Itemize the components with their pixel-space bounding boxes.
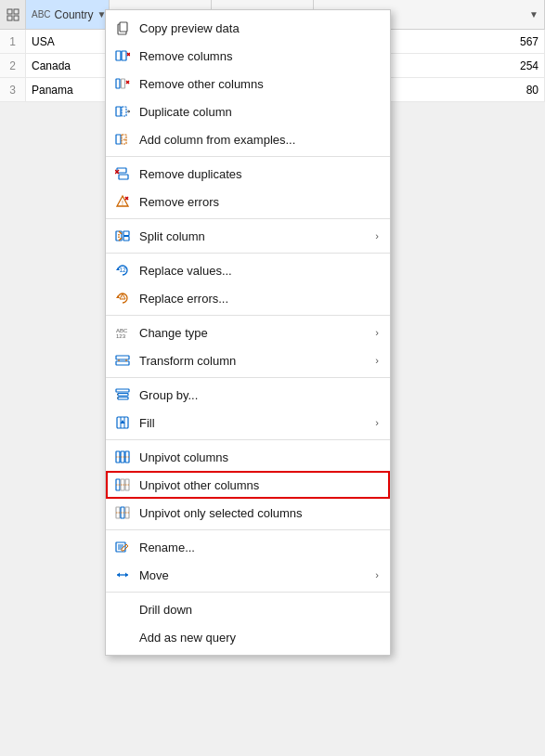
fill-label: Fill (139, 416, 368, 430)
svg-rect-3 (14, 16, 19, 20)
svg-rect-15 (122, 107, 126, 116)
menu-item-unpivot-selected[interactable]: Unpivot only selected columns (106, 499, 390, 527)
divider-1 (106, 156, 390, 157)
svg-rect-0 (7, 9, 12, 14)
add-new-query-label: Add as new query (139, 631, 379, 645)
duplicate-column-label: Duplicate column (139, 105, 379, 119)
divider-3 (106, 253, 390, 254)
transform-column-label: Transform column (139, 354, 368, 368)
remove-errors-icon: ! (113, 192, 132, 211)
rename-label: Rename... (139, 541, 379, 554)
copy-preview-data-label: Copy preview data (139, 21, 379, 35)
unpivot-selected-icon (113, 503, 132, 522)
menu-item-duplicate-column[interactable]: Duplicate column (106, 98, 390, 125)
drill-down-label: Drill down (139, 603, 379, 617)
svg-rect-5 (120, 22, 127, 32)
transform-column-arrow: › (375, 355, 379, 366)
col-header-country[interactable]: ABC Country ▼ (26, 0, 110, 29)
svg-text:12: 12 (119, 267, 126, 273)
country-type-icon: ABC (32, 9, 51, 20)
menu-item-fill[interactable]: Fill › (106, 409, 390, 437)
menu-item-remove-errors[interactable]: ! Remove errors (106, 188, 390, 215)
svg-rect-46 (116, 389, 129, 392)
menu-item-copy-preview-data[interactable]: Copy preview data (106, 14, 390, 42)
unpivot-other-columns-icon (113, 476, 132, 494)
svg-marker-17 (129, 110, 131, 113)
svg-marker-72 (117, 573, 120, 578)
replace-values-label: Replace values... (139, 264, 379, 278)
svg-text:!: ! (122, 294, 123, 300)
change-type-icon: ABC 123 (113, 323, 132, 342)
svg-rect-1 (14, 9, 19, 14)
menu-item-replace-values[interactable]: 12 Replace values... (106, 256, 390, 284)
replace-errors-icon: ! (113, 289, 132, 307)
menu-item-remove-other-columns[interactable]: Remove other columns (106, 70, 390, 98)
cell-country-2: Canada (26, 54, 110, 77)
divider-2 (106, 218, 390, 219)
divider-6 (106, 439, 390, 440)
menu-item-unpivot-columns[interactable]: Unpivot columns (106, 443, 390, 471)
svg-rect-18 (116, 135, 121, 144)
remove-duplicates-icon (113, 164, 132, 183)
menu-item-remove-duplicates[interactable]: Remove duplicates (106, 160, 390, 188)
context-menu: Copy preview data Remove columns Remove … (105, 9, 391, 656)
remove-other-columns-icon (113, 74, 132, 93)
svg-text:!: ! (122, 200, 123, 206)
replace-values-icon: 12 (113, 261, 132, 280)
remove-duplicates-label: Remove duplicates (139, 167, 379, 181)
change-type-arrow: › (375, 327, 379, 338)
add-new-query-spacer (113, 628, 132, 646)
menu-item-rename[interactable]: Rename... (106, 533, 390, 561)
move-label: Move (139, 568, 368, 582)
transform-column-icon (113, 351, 132, 370)
move-icon (113, 566, 132, 584)
fill-icon (113, 413, 132, 432)
add-column-examples-icon: + (113, 130, 132, 149)
menu-item-remove-columns[interactable]: Remove columns (106, 42, 390, 70)
svg-text:123: 123 (116, 333, 126, 339)
svg-rect-47 (118, 394, 128, 397)
unpivot-selected-label: Unpivot only selected columns (139, 506, 379, 520)
num-col-dropdown[interactable]: ▼ (529, 9, 539, 20)
svg-rect-14 (116, 107, 121, 116)
divider-5 (106, 377, 390, 378)
col-header-index (0, 0, 26, 29)
cell-index-2: 2 (0, 54, 26, 77)
cell-index-1: 1 (0, 30, 26, 53)
country-col-label: Country (55, 8, 94, 21)
remove-other-columns-label: Remove other columns (139, 77, 379, 91)
menu-item-group-by[interactable]: Group by... (106, 381, 390, 409)
svg-rect-6 (116, 51, 121, 60)
menu-item-unpivot-other-columns[interactable]: Unpivot other columns (106, 471, 390, 499)
menu-item-move[interactable]: Move › (106, 561, 390, 589)
move-arrow: › (375, 569, 379, 580)
copy-icon (113, 19, 132, 37)
menu-item-add-new-query[interactable]: Add as new query (106, 623, 390, 651)
group-by-label: Group by... (139, 388, 379, 402)
group-by-icon (113, 385, 132, 404)
add-column-examples-label: Add column from examples... (139, 133, 379, 147)
drill-down-spacer (113, 600, 132, 619)
duplicate-column-icon (113, 102, 132, 121)
menu-item-replace-errors[interactable]: ! Replace errors... (106, 284, 390, 312)
svg-text:+: + (123, 137, 126, 143)
menu-item-change-type[interactable]: ABC 123 Change type › (106, 319, 390, 346)
svg-rect-34 (123, 237, 129, 241)
unpivot-columns-icon (113, 448, 132, 466)
menu-item-drill-down[interactable]: Drill down (106, 595, 390, 623)
svg-marker-73 (125, 573, 128, 578)
menu-item-add-column-examples[interactable]: + Add column from examples... (106, 125, 390, 153)
svg-rect-10 (116, 79, 120, 88)
svg-rect-11 (122, 79, 125, 88)
split-column-label: Split column (139, 229, 368, 243)
svg-rect-22 (119, 175, 128, 179)
divider-7 (106, 529, 390, 530)
cell-index-3: 3 (0, 78, 26, 101)
svg-rect-48 (118, 398, 128, 400)
table-grid-icon (6, 8, 19, 21)
cell-country-1: USA (26, 30, 110, 53)
menu-item-transform-column[interactable]: Transform column › (106, 346, 390, 374)
menu-item-split-column[interactable]: Split column › (106, 222, 390, 250)
remove-errors-label: Remove errors (139, 195, 379, 209)
svg-rect-2 (7, 16, 12, 20)
